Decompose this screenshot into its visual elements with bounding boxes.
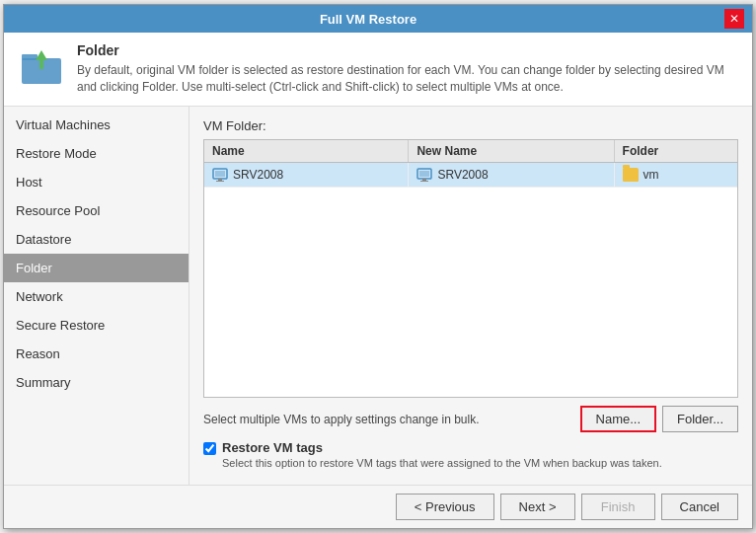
folder-icon xyxy=(623,168,639,182)
svg-rect-11 xyxy=(420,181,428,182)
svg-rect-3 xyxy=(39,59,43,69)
svg-rect-1 xyxy=(22,54,38,60)
full-vm-restore-dialog: Full VM Restore ✕ Folder By default, ori… xyxy=(3,4,753,529)
close-button[interactable]: ✕ xyxy=(724,9,744,29)
sidebar-item-datastore[interactable]: Datastore xyxy=(4,225,189,254)
sidebar-item-summary[interactable]: Summary xyxy=(4,368,189,397)
vm-new-name: SRV2008 xyxy=(437,168,488,182)
cancel-button[interactable]: Cancel xyxy=(661,494,738,520)
sidebar-item-host[interactable]: Host xyxy=(4,168,189,196)
sidebar: Virtual MachinesRestore ModeHostResource… xyxy=(4,107,189,485)
next-button[interactable]: Next > xyxy=(500,494,575,520)
table-row[interactable]: SRV2008 xyxy=(204,162,737,187)
svg-rect-9 xyxy=(419,171,429,177)
vm-new-icon xyxy=(416,167,432,183)
name-button[interactable]: Name... xyxy=(580,406,657,432)
header-area: Folder By default, original VM folder is… xyxy=(4,33,752,107)
sidebar-item-restore-mode[interactable]: Restore Mode xyxy=(4,139,189,168)
svg-rect-5 xyxy=(215,171,225,177)
header-title: Folder xyxy=(77,42,738,58)
dialog-title: Full VM Restore xyxy=(12,12,724,27)
sidebar-item-folder[interactable]: Folder xyxy=(4,254,189,282)
main-panel: VM Folder: Name New Name Folder xyxy=(189,107,752,485)
checkbox-main-label[interactable]: Restore VM tags xyxy=(222,440,662,455)
col-header-folder: Folder xyxy=(614,140,737,163)
svg-rect-6 xyxy=(218,179,222,181)
sidebar-item-secure-restore[interactable]: Secure Restore xyxy=(4,311,189,340)
restore-tags-checkbox[interactable] xyxy=(203,442,216,455)
sidebar-item-network[interactable]: Network xyxy=(4,282,189,311)
col-header-name: Name xyxy=(204,140,409,163)
footer: < Previous Next > Finish Cancel xyxy=(4,485,752,528)
header-icon xyxy=(18,42,65,90)
bulk-row: Select multiple VMs to apply settings ch… xyxy=(203,406,738,432)
vm-table: Name New Name Folder xyxy=(204,140,737,188)
sidebar-item-resource-pool[interactable]: Resource Pool xyxy=(4,196,189,225)
svg-rect-10 xyxy=(422,179,426,181)
svg-rect-7 xyxy=(216,181,224,182)
bulk-text: Select multiple VMs to apply settings ch… xyxy=(203,413,479,426)
folder-button[interactable]: Folder... xyxy=(662,406,738,432)
title-bar: Full VM Restore ✕ xyxy=(4,5,752,33)
bulk-buttons: Name... Folder... xyxy=(580,406,738,432)
checkbox-label-group: Restore VM tags Select this option to re… xyxy=(222,440,662,469)
vm-table-wrapper: Name New Name Folder xyxy=(203,139,738,398)
vm-folder-label: VM Folder: xyxy=(203,118,738,133)
vm-folder: vm xyxy=(643,168,659,182)
vm-name: SRV2008 xyxy=(233,168,283,182)
col-header-new-name: New Name xyxy=(409,140,614,163)
sidebar-item-reason[interactable]: Reason xyxy=(4,340,189,368)
header-description: By default, original VM folder is select… xyxy=(77,62,738,96)
restore-vm-tags-row: Restore VM tags Select this option to re… xyxy=(203,440,738,469)
content-area: Virtual MachinesRestore ModeHostResource… xyxy=(4,107,752,485)
previous-button[interactable]: < Previous xyxy=(396,494,494,520)
finish-button[interactable]: Finish xyxy=(581,494,655,520)
checkbox-sub-label: Select this option to restore VM tags th… xyxy=(222,457,662,469)
sidebar-item-virtual-machines[interactable]: Virtual Machines xyxy=(4,111,189,139)
header-text: Folder By default, original VM folder is… xyxy=(77,42,738,96)
vm-icon xyxy=(212,167,228,183)
